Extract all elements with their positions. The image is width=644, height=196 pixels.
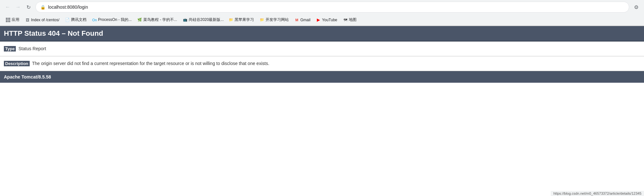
page-content: HTTP Status 404 – Not Found Type Status …	[0, 26, 644, 187]
youtube-icon: ▶	[316, 18, 321, 22]
bookmark-blackapple[interactable]: 📁 黑苹果学习	[226, 16, 257, 24]
bookmark-processon[interactable]: On ProcessOn - 我的...	[90, 16, 134, 24]
error-body: Type Status Report Description The origi…	[0, 42, 644, 71]
bookmark-centos[interactable]: 🖼 Index of /centos/	[23, 16, 62, 23]
forward-button[interactable]: →	[14, 3, 23, 12]
apps-grid-icon	[6, 18, 10, 22]
bookmark-blackapple-label: 黑苹果学习	[235, 17, 254, 23]
bookmark-youtube[interactable]: ▶ YouTube	[314, 16, 340, 23]
bookmark-youtube-label: YouTube	[322, 18, 337, 22]
tencent-icon: 📄	[65, 18, 70, 22]
bookmark-gmail[interactable]: M Gmail	[292, 16, 313, 23]
bookmark-siliconvalley-label: 尚硅谷2020最新版...	[189, 17, 224, 23]
error-footer: Apache Tomcat/8.5.58	[0, 71, 644, 83]
bookmark-runoob-label: 菜鸟教程 - 学的不...	[143, 17, 177, 23]
runoob-icon: 🌿	[137, 18, 142, 22]
bookmark-devlearn-label: 开发学习网站	[266, 17, 289, 23]
bookmark-centos-label: Index of /centos/	[31, 18, 59, 22]
type-value: Status Report	[18, 46, 46, 51]
description-section: Description The origin server did not fi…	[0, 56, 644, 71]
description-label: Description	[4, 61, 30, 66]
lock-icon: 🔒	[40, 5, 45, 10]
bookmark-siliconvalley[interactable]: 📺 尚硅谷2020最新版...	[180, 16, 226, 24]
nav-buttons: ← → ↻	[3, 3, 33, 12]
status-url: https://blog.csdn.net/m0_46573372/articl…	[553, 191, 641, 195]
devlearn-icon: 📁	[260, 18, 264, 22]
bookmark-devlearn[interactable]: 📁 开发学习网站	[257, 16, 291, 24]
url-input[interactable]	[48, 5, 624, 10]
bookmark-maps-label: 地图	[349, 17, 357, 23]
error-title: HTTP Status 404 – Not Found	[4, 29, 640, 38]
description-value: The origin server did not find a current…	[32, 61, 269, 66]
bookmark-apps[interactable]: 应用	[3, 16, 22, 24]
bookmark-apps-label: 应用	[12, 17, 19, 23]
bookmark-maps[interactable]: 🗺 地图	[340, 16, 359, 24]
type-label: Type	[4, 46, 16, 51]
processon-icon: On	[92, 18, 97, 22]
blackapple-icon: 📁	[229, 18, 233, 22]
bookmarks-bar: 应用 🖼 Index of /centos/ 📄 腾讯文档 On Process…	[0, 14, 644, 26]
bookmark-runoob[interactable]: 🌿 菜鸟教程 - 学的不...	[135, 16, 180, 24]
bookmark-tencent[interactable]: 📄 腾讯文档	[63, 16, 89, 24]
maps-icon: 🗺	[343, 18, 347, 22]
bookmark-tencent-label: 腾讯文档	[71, 17, 86, 23]
browser-chrome: ← → ↻ 🔒 ⚙ 应用 🖼 Index of /centos/	[0, 0, 644, 26]
type-section: Type Status Report	[0, 42, 644, 56]
gmail-icon: M	[295, 18, 299, 22]
back-button[interactable]: ←	[3, 3, 12, 12]
profile-button[interactable]: ⚙	[632, 3, 641, 12]
siliconvalley-icon: 📺	[183, 18, 187, 22]
centos-icon: 🖼	[25, 18, 30, 22]
bookmark-gmail-label: Gmail	[300, 18, 310, 22]
address-bar[interactable]: 🔒	[35, 2, 629, 13]
bookmark-processon-label: ProcessOn - 我的...	[98, 17, 132, 23]
footer-text: Apache Tomcat/8.5.58	[4, 74, 640, 79]
reload-button[interactable]: ↻	[24, 3, 33, 12]
browser-toolbar: ← → ↻ 🔒 ⚙	[0, 0, 644, 14]
status-bar: https://blog.csdn.net/m0_46573372/articl…	[551, 191, 644, 196]
error-header: HTTP Status 404 – Not Found	[0, 26, 644, 42]
